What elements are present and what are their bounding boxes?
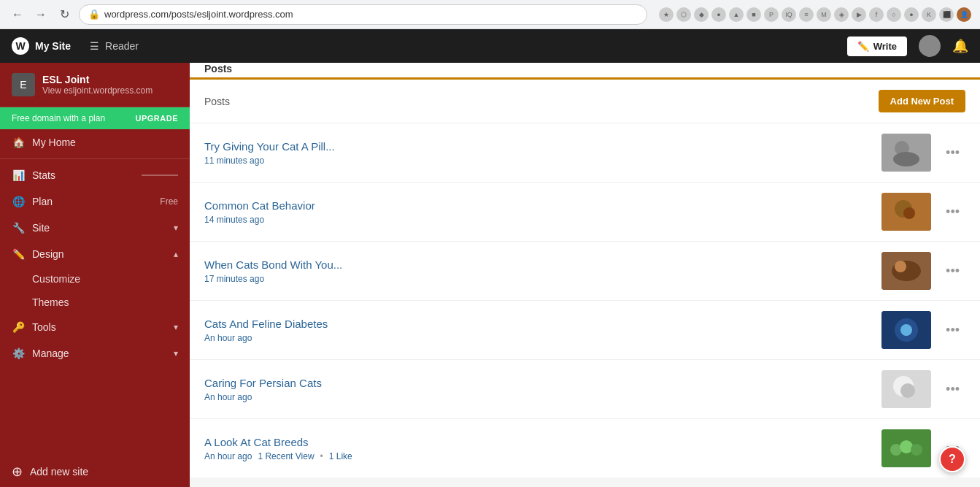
post-title-2[interactable]: Common Cat Behavior — [204, 199, 873, 212]
my-site-label: My Site — [35, 40, 71, 52]
svg-point-2 — [893, 152, 919, 166]
post-title-6[interactable]: A Look At Cat Breeds — [204, 436, 873, 448]
post-info-6: A Look At Cat Breeds An hour ago 1 Recen… — [204, 436, 873, 461]
sidebar-item-plan[interactable]: 🌐 Plan Free — [0, 188, 190, 215]
post-meta-1: 11 minutes ago — [204, 156, 873, 166]
design-chevron-icon: ▴ — [174, 249, 178, 259]
post-info-2: Common Cat Behavior 14 minutes ago — [204, 199, 873, 225]
sidebar-item-customize[interactable]: Customize — [0, 267, 190, 291]
notifications-bell[interactable]: 🔔 — [952, 38, 968, 54]
ext-icon-8: IQ — [782, 7, 796, 22]
site-url: View esljoint.wordpress.com — [42, 85, 153, 96]
site-icon: E — [12, 73, 35, 96]
plan-icon: 🌐 — [12, 196, 25, 207]
footer: W — [190, 478, 980, 487]
table-row: Try Giving Your Cat A Pill... 11 minutes… — [190, 123, 980, 182]
back-button[interactable]: ← — [9, 6, 26, 23]
post-info-5: Caring For Persian Cats An hour ago — [204, 377, 873, 402]
main-content: Posts Posts Add New Post Try Giving Your… — [190, 63, 980, 487]
svg-point-17 — [900, 440, 913, 453]
sidebar-item-themes[interactable]: Themes — [0, 291, 190, 314]
free-domain-bar: Free domain with a plan UPGRADE — [0, 107, 190, 129]
sidebar-item-tools[interactable]: 🔑 Tools ▾ — [0, 314, 190, 340]
posts-tab[interactable]: Posts — [204, 63, 232, 80]
post-meta-5: An hour ago — [204, 392, 873, 402]
stats-icon: 📊 — [12, 169, 25, 181]
site-details: ESL Joint View esljoint.wordpress.com — [42, 74, 153, 96]
post-title-4[interactable]: Cats And Feline Diabetes — [204, 318, 873, 330]
reader-icon: ☰ — [90, 40, 99, 52]
ext-icon-6: ■ — [746, 7, 761, 22]
sidebar-item-stats[interactable]: 📊 Stats — [0, 162, 190, 188]
ext-icon-7: P — [764, 7, 779, 22]
post-time-6: An hour ago — [204, 451, 252, 461]
home-icon: 🏠 — [12, 137, 25, 148]
posts-list: Posts Add New Post Try Giving Your Cat A… — [190, 80, 980, 478]
ext-icon-14: ○ — [887, 7, 901, 22]
plan-badge: Free — [160, 196, 178, 207]
post-thumbnail-5 — [881, 370, 931, 408]
post-thumbnail-2 — [881, 193, 931, 231]
tools-label: Tools — [32, 321, 166, 333]
ext-icon-12: ▶ — [852, 7, 866, 22]
profile-avatar[interactable]: 👤 — [957, 7, 971, 22]
top-nav: W My Site ☰ Reader ✏️ Write 🔔 — [0, 29, 980, 63]
post-thumbnail-3 — [881, 252, 931, 290]
ext-icon-4: ● — [711, 7, 726, 22]
post-time-4: An hour ago — [204, 333, 252, 343]
post-title-5[interactable]: Caring For Persian Cats — [204, 377, 873, 389]
add-new-site-button[interactable]: ⊕ Add new site — [0, 456, 190, 487]
upgrade-button[interactable]: UPGRADE — [135, 114, 178, 123]
post-more-button-1[interactable]: ••• — [940, 142, 965, 164]
post-title-1[interactable]: Try Giving Your Cat A Pill... — [204, 140, 873, 153]
manage-label: Manage — [32, 348, 166, 359]
svg-point-8 — [895, 261, 906, 272]
post-title-3[interactable]: When Cats Bond With You... — [204, 258, 873, 271]
tools-chevron-icon: ▾ — [174, 322, 178, 332]
svg-point-11 — [900, 324, 912, 336]
svg-point-18 — [911, 444, 922, 456]
add-site-icon: ⊕ — [12, 464, 23, 480]
add-new-post-button[interactable]: Add New Post — [879, 90, 965, 112]
stats-label: Stats — [32, 169, 134, 181]
ext-icon-9: ≡ — [799, 7, 814, 22]
user-avatar[interactable] — [919, 35, 941, 57]
post-thumbnail-4 — [881, 311, 931, 349]
site-menu-label: Site — [32, 222, 166, 234]
post-more-button-2[interactable]: ••• — [940, 202, 965, 223]
svg-point-14 — [900, 383, 915, 398]
meta-dot-6: • — [320, 451, 323, 461]
ext-icon-2: ⬡ — [676, 7, 691, 22]
sidebar-item-manage[interactable]: ⚙️ Manage ▾ — [0, 340, 190, 367]
posts-header: Posts — [190, 63, 980, 80]
table-row: Caring For Persian Cats An hour ago ••• — [190, 359, 980, 418]
my-site-nav[interactable]: W My Site — [12, 37, 71, 55]
tools-icon: 🔑 — [12, 321, 25, 333]
sidebar-item-site[interactable]: 🔧 Site ▾ — [0, 215, 190, 241]
write-label: Write — [873, 41, 897, 52]
forward-button[interactable]: → — [32, 6, 50, 23]
write-icon: ✏️ — [857, 41, 869, 52]
post-meta-6: An hour ago 1 Recent View • 1 Like — [204, 451, 873, 461]
browser-chrome: ← → ↻ 🔒 wordpress.com/posts/esljoint.wor… — [0, 0, 980, 29]
post-thumbnail-1 — [881, 134, 931, 172]
post-more-button-4[interactable]: ••• — [940, 320, 965, 341]
reload-button[interactable]: ↻ — [55, 6, 73, 23]
post-more-button-3[interactable]: ••• — [940, 261, 965, 282]
sidebar-item-my-home[interactable]: 🏠 My Home — [0, 129, 190, 156]
ext-icon-13: f — [869, 7, 884, 22]
url-text: wordpress.com/posts/esljoint.wordpress.c… — [104, 9, 293, 20]
help-button[interactable]: ? — [939, 446, 965, 472]
themes-label: Themes — [32, 296, 69, 308]
sidebar-site-info[interactable]: E ESL Joint View esljoint.wordpress.com — [0, 63, 190, 107]
ext-icon-10: M — [817, 7, 831, 22]
reader-nav[interactable]: ☰ Reader — [82, 36, 146, 56]
sidebar-item-design[interactable]: ✏️ Design ▴ — [0, 241, 190, 267]
plan-label: Plan — [32, 196, 153, 207]
write-button[interactable]: ✏️ Write — [847, 37, 907, 56]
url-bar[interactable]: 🔒 wordpress.com/posts/esljoint.wordpress… — [79, 4, 647, 25]
ext-icon-17: ⬛ — [939, 7, 954, 22]
post-more-button-5[interactable]: ••• — [940, 379, 965, 400]
ext-icon-15: ● — [904, 7, 919, 22]
post-meta-4: An hour ago — [204, 333, 873, 343]
